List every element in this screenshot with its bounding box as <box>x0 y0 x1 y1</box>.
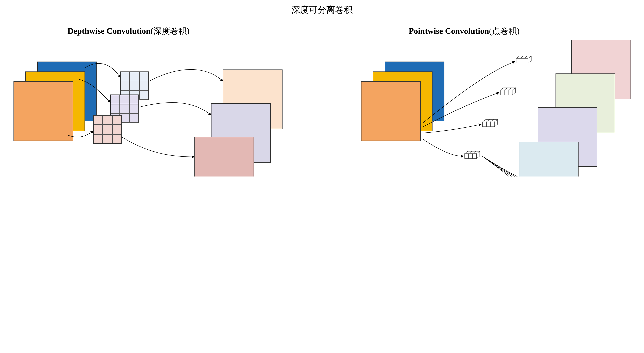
svg-rect-6 <box>482 122 486 127</box>
pw-kernel-4 <box>463 150 482 161</box>
svg-rect-7 <box>486 122 490 127</box>
svg-rect-11 <box>472 154 476 158</box>
depthwise-heading: Depthwise Convolution(深度卷积) <box>68 26 190 37</box>
depthwise-heading-bold: Depthwise Convolution <box>68 26 150 36</box>
page-title: 深度可分离卷积 <box>0 4 644 16</box>
pw-kernel-2 <box>499 86 518 97</box>
dw-kernel-1 <box>93 115 122 144</box>
pw-kernel-3 <box>481 118 500 129</box>
svg-rect-2 <box>524 58 528 63</box>
pointwise-heading-cn: (点卷积) <box>489 26 520 36</box>
dw-output-map-1 <box>194 137 254 177</box>
svg-rect-0 <box>516 58 520 63</box>
svg-rect-4 <box>504 90 508 95</box>
svg-rect-8 <box>490 122 494 127</box>
depthwise-heading-cn: (深度卷积) <box>150 26 190 36</box>
pw-output-map-4 <box>519 142 578 177</box>
svg-rect-10 <box>468 154 472 158</box>
svg-rect-1 <box>520 58 524 63</box>
diagram-root: 深度可分离卷积 Depthwise Convolution(深度卷积) Inpu… <box>0 0 644 177</box>
svg-rect-3 <box>500 90 504 95</box>
pw-input-map-1 <box>361 81 420 141</box>
pw-kernel-1 <box>515 54 534 66</box>
pointwise-heading-bold: Pointwise Convolution <box>409 26 489 36</box>
svg-rect-9 <box>465 154 468 158</box>
pointwise-heading: Pointwise Convolution(点卷积) <box>409 26 520 37</box>
dw-input-map-1 <box>14 81 73 141</box>
svg-rect-5 <box>508 90 512 95</box>
